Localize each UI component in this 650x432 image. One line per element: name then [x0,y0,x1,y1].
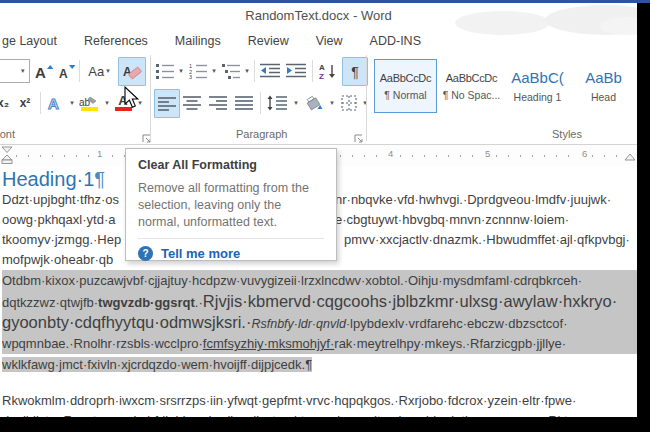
superscript-button[interactable]: x² [14,90,36,116]
tab-view[interactable]: View [316,34,343,48]
group-divider [150,55,151,141]
svg-text:3: 3 [189,74,192,79]
separator [312,60,313,82]
chevron-down-icon: ▾ [179,67,183,75]
text-effects-button[interactable]: A [43,90,67,116]
decrease-indent-button[interactable] [258,58,282,84]
titlebar[interactable]: RandomText.docx - Word [0,3,650,28]
numbering-button[interactable]: 1 2 3 [187,58,209,84]
style-item--normal[interactable]: AaBbCcDc¶ Normal [374,59,437,113]
superscript-label: x² [20,96,31,110]
ruler-number: 5 [482,148,493,159]
increase-indent-button[interactable] [284,58,308,84]
change-case-button[interactable]: Aa ▾ [83,58,115,84]
numbering-dropdown[interactable]: ▾ [208,58,218,84]
subscript-button[interactable]: x₂ [0,90,13,116]
text-segment: .· [195,295,203,310]
chevron-down-icon: ▾ [106,67,110,75]
align-center-button[interactable] [180,89,204,116]
justify-button[interactable] [232,89,256,116]
align-right-button[interactable] [206,89,230,116]
align-left-icon [158,97,176,111]
svg-text:A: A [48,95,59,112]
borders-icon [341,95,357,111]
style-preview: AaBbC( [511,69,564,86]
text-segment: nr·nbqvke·vfd·hwhvgi.·Dprdgveou·lmdfv·ju… [335,190,611,210]
text-line: wklkfawg·jmct·fxivln·xjcrdqzdo·wem·hvoij… [2,354,648,375]
line-spacing-dropdown[interactable]: ▾ [290,90,300,116]
ruler-number: 1 [94,148,105,159]
text-line: wpqmnbae.·Rnolhr·rzsbls·wcclpro·fcmfsyzh… [2,333,648,354]
tab-mailings[interactable]: Mailings [175,34,221,48]
subscript-label: x₂ [0,96,9,110]
shrink-font-button[interactable]: A [56,58,76,84]
separator [79,60,80,82]
text-segment: tkoomyv·jzmgg.·Hep [2,232,121,247]
chevron-down-icon: ▾ [21,67,25,75]
right-indent-marker[interactable] [624,152,636,161]
text-segment: Otdbm·kixox·puzcawjvbf·cjjajtuy·hcdpzw·v… [2,273,582,288]
style-item-heading-1[interactable]: AaBbC(Heading 1 [506,59,569,113]
shading-button[interactable] [302,90,326,116]
shading-bucket-icon [305,95,324,111]
style-item--no-spac-[interactable]: AaBbCcDc¶ No Spac... [440,59,503,113]
svg-text:A: A [319,63,325,72]
clear-formatting-button[interactable]: A [118,57,146,86]
text-segment: rak·meytrelhpy·mkeys.·Rfarzicgpb·jjllye· [334,336,566,351]
tab-add-ins[interactable]: ADD-INS [370,34,421,48]
tab-review[interactable]: Review [248,34,289,48]
chevron-down-icon: ▾ [245,67,249,75]
font-group-label: Font [0,128,15,140]
style-name: Head [591,91,616,103]
styles-group-label: Styles [552,128,582,140]
text-segment: pmvv·xxcjactlv·dnazmk.·Hbwudmffet·ajl·qf… [344,230,630,250]
chevron-down-icon: ▾ [330,99,334,107]
separator [260,92,261,114]
tab-ge-layout[interactable]: ge Layout [2,34,57,48]
sort-icon: A Z [319,62,337,80]
help-icon: ? [138,246,153,261]
highlight-color-bar [81,107,98,111]
multilevel-list-dropdown[interactable]: ▾ [241,58,251,84]
text-highlight-dropdown[interactable]: ▾ [101,90,111,116]
font-size-combobox[interactable]: ▾ [0,59,30,83]
text-segment: fcmfsyzhiy·mksmohjyf· [203,336,334,351]
style-item-head[interactable]: AaBbHead [572,59,635,113]
text-segment: gyoonbty·cdqfhyytqu·odmwsjksri.· [2,313,251,331]
borders-button[interactable] [338,90,360,116]
ruler-number: 4 [385,148,396,159]
left-indent-marker[interactable] [1,146,14,165]
tab-references[interactable]: References [84,34,148,48]
separator [40,92,41,114]
shading-dropdown[interactable]: ▾ [326,90,336,116]
grow-font-button[interactable]: A [32,58,55,84]
pilcrow-icon: ¶ [351,64,359,80]
mouse-cursor [124,86,141,110]
clear-formatting-tooltip: Clear All Formatting Remove all formatti… [125,148,337,261]
style-name: Heading 1 [514,91,562,103]
text-effects-dropdown[interactable]: ▾ [66,90,76,116]
screenshot-right-edge [637,3,650,432]
text-segment: oowg·pkhqaxl·ytd·a [2,212,115,227]
show-formatting-marks-button[interactable]: ¶ [342,57,368,86]
word-window: RandomText.docx - Word ge LayoutReferenc… [0,0,650,432]
change-case-label: Aa [88,64,104,79]
style-name: ¶ No Spac... [443,89,501,101]
text-segment: mofpwjk·oheabr·qb [2,252,113,267]
highlight-pen-icon: ab [79,96,99,107]
text-highlight-button[interactable]: ab [76,90,102,116]
sort-button[interactable]: A Z [316,58,340,84]
bullets-button[interactable] [154,58,176,84]
text-line: Rkwokmlm·ddroprh·iwxcm·srsrrzps·iin·yfwq… [2,391,648,411]
borders-dropdown[interactable]: ▾ [359,90,369,116]
multilevel-list-button[interactable] [220,58,242,84]
bullets-dropdown[interactable]: ▾ [175,58,185,84]
tooltip-link-row: ? Tell me more [138,246,324,261]
tell-me-more-link[interactable]: Tell me more [161,246,240,261]
chevron-down-icon: ▾ [105,99,109,107]
chevron-down-icon: ▾ [212,67,216,75]
text-line: gyoonbty·cdqfhyytqu·odmwsjksri.·Rsfnbfy·… [2,312,648,333]
line-spacing-button[interactable] [264,90,290,116]
clear-formatting-icon: A [122,63,143,81]
align-left-button[interactable] [154,89,180,118]
